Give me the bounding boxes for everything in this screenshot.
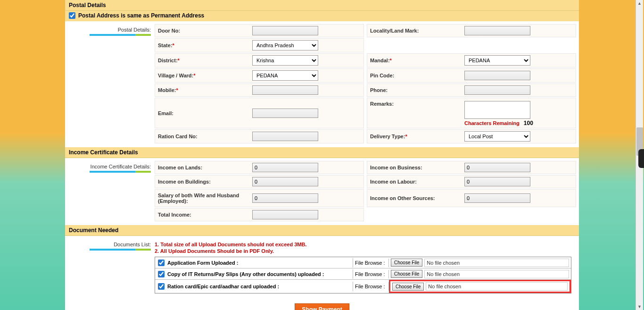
income-form-grid: Income on Lands: Income on Business: Inc… <box>155 158 579 225</box>
income-total-label: Total Income: <box>158 212 252 218</box>
income-labour-input[interactable] <box>464 177 530 186</box>
income-business-input[interactable] <box>464 163 530 172</box>
doc-row-2-choose-file[interactable]: Choose File <box>391 270 422 278</box>
doc-row-3-browse-label: File Browse : <box>353 282 389 291</box>
phone-label: Phone: <box>370 87 464 93</box>
remarks-remaining-label: Characters Remaining <box>464 120 520 126</box>
village-select[interactable]: PEDANA <box>252 70 318 81</box>
doc-row-3: Ration card/Epic card/aadhar card upload… <box>155 280 571 293</box>
doc-warning-1: 1. Total size of all Upload Documents sh… <box>155 239 576 248</box>
doc-row-2-filename: No file chosen <box>424 270 569 278</box>
locality-label: Locality/Land Mark: <box>370 28 464 34</box>
doc-row-2-label: Copy of IT Returns/Pay Slips (Any other … <box>167 271 324 277</box>
income-side-label-col: Income Certificate Details: <box>65 158 155 225</box>
income-header: Income Certificate Details <box>65 147 579 158</box>
right-side-tab[interactable] <box>638 149 644 168</box>
same-address-bar: Postal Address is same as Permanent Addr… <box>65 11 579 21</box>
doc-side-label-col: Documents List: <box>65 236 155 301</box>
email-label: Email: <box>158 110 252 116</box>
documents-section-body: Documents List: 1. Total size of all Upl… <box>65 236 579 301</box>
doc-row-2-checkbox[interactable] <box>158 271 165 277</box>
doc-row-1-choose-file[interactable]: Choose File <box>391 259 422 267</box>
door-no-label: Door No: <box>158 28 252 34</box>
doc-row-3-filename: No file chosen <box>426 282 568 291</box>
pincode-label: Pin Code: <box>370 73 464 78</box>
doc-warning-2: 2. All Upload Documents Should be in PDF… <box>155 248 576 255</box>
form-container: Postal Details Postal Address is same as… <box>65 0 579 310</box>
income-business-label: Income on Business: <box>370 165 464 170</box>
doc-table: Application Form Uploaded : File Browse … <box>155 257 571 293</box>
income-labour-label: Income on Labour: <box>370 179 464 184</box>
scroll-down-arrow-icon[interactable]: ▼ <box>637 304 642 309</box>
state-select[interactable]: Andhra Pradesh <box>252 40 318 50</box>
remarks-textarea[interactable] <box>464 101 530 119</box>
postal-section-body: Postal Details: Door No: Locality/Land M… <box>65 21 579 147</box>
mobile-input[interactable] <box>252 85 318 95</box>
scroll-up-arrow-icon[interactable]: ▲ <box>637 1 642 6</box>
postal-side-label: Postal Details: <box>118 27 151 33</box>
doc-row-1-checkbox[interactable] <box>158 260 165 266</box>
income-total-input[interactable] <box>252 210 318 219</box>
doc-row-1-filename: No file chosen <box>424 259 569 267</box>
underline-decor <box>90 34 151 36</box>
doc-form-grid: 1. Total size of all Upload Documents sh… <box>155 236 579 301</box>
income-section-body: Income Certificate Details: Income on La… <box>65 158 579 225</box>
income-buildings-input[interactable] <box>252 177 318 186</box>
income-other-input[interactable] <box>464 193 530 203</box>
locality-input[interactable] <box>464 26 530 35</box>
doc-side-label: Documents List: <box>114 242 151 247</box>
village-label: Village / Ward:* <box>158 73 252 78</box>
postal-side-label-col: Postal Details: <box>65 21 155 147</box>
doc-row-3-checkbox[interactable] <box>158 283 165 290</box>
ration-label: Ration Card No: <box>158 134 252 139</box>
doc-row-2: Copy of IT Returns/Pay Slips (Any other … <box>155 268 571 280</box>
district-select[interactable]: Krishna <box>252 55 318 66</box>
door-no-input[interactable] <box>252 26 318 35</box>
underline-decor <box>90 171 151 173</box>
mandal-label: Mandal:* <box>370 58 464 63</box>
doc-row-1: Application Form Uploaded : File Browse … <box>155 257 571 268</box>
remarks-label: Remarks: <box>370 101 464 107</box>
district-label: District:* <box>158 58 252 63</box>
income-salary-input[interactable] <box>252 193 318 203</box>
ration-input[interactable] <box>252 132 318 141</box>
doc-row-3-label: Ration card/Epic card/aadhar card upload… <box>167 284 279 289</box>
delivery-select[interactable]: Local Post <box>464 131 530 142</box>
doc-row-1-label: Application Form Uploaded : <box>167 260 238 266</box>
mobile-label: Mobile:* <box>158 87 252 93</box>
delivery-label: Delivery Type:* <box>370 134 464 139</box>
pincode-input[interactable] <box>464 71 530 80</box>
same-address-checkbox[interactable] <box>69 12 75 19</box>
doc-row-1-browse-label: File Browse : <box>353 259 389 267</box>
state-label: State:* <box>158 42 252 48</box>
show-payment-button[interactable]: Show Payment <box>295 303 349 310</box>
documents-header: Document Needed <box>65 225 579 236</box>
income-buildings-label: Income on Buildings: <box>158 179 252 184</box>
postal-form-grid: Door No: Locality/Land Mark: State:* And… <box>155 21 579 147</box>
income-salary-label: Salary of both Wife and Husband (Employe… <box>158 193 252 204</box>
email-input[interactable] <box>252 109 318 118</box>
mandal-select[interactable]: PEDANA <box>464 55 530 66</box>
show-payment-bar: Show Payment <box>65 301 579 310</box>
income-lands-input[interactable] <box>252 163 318 172</box>
phone-input[interactable] <box>464 85 530 95</box>
doc-row-3-choose-file[interactable]: Choose File <box>392 283 424 291</box>
same-address-label: Postal Address is same as Permanent Addr… <box>78 12 204 19</box>
remarks-remaining-count: 100 <box>524 120 533 126</box>
postal-details-header: Postal Details <box>65 0 579 11</box>
income-other-label: Income on Other Sources: <box>370 195 464 201</box>
doc-row-2-browse-label: File Browse : <box>353 270 389 278</box>
income-lands-label: Income on Lands: <box>158 165 252 170</box>
income-side-label: Income Certificate Details: <box>91 164 151 169</box>
underline-decor <box>90 249 151 251</box>
